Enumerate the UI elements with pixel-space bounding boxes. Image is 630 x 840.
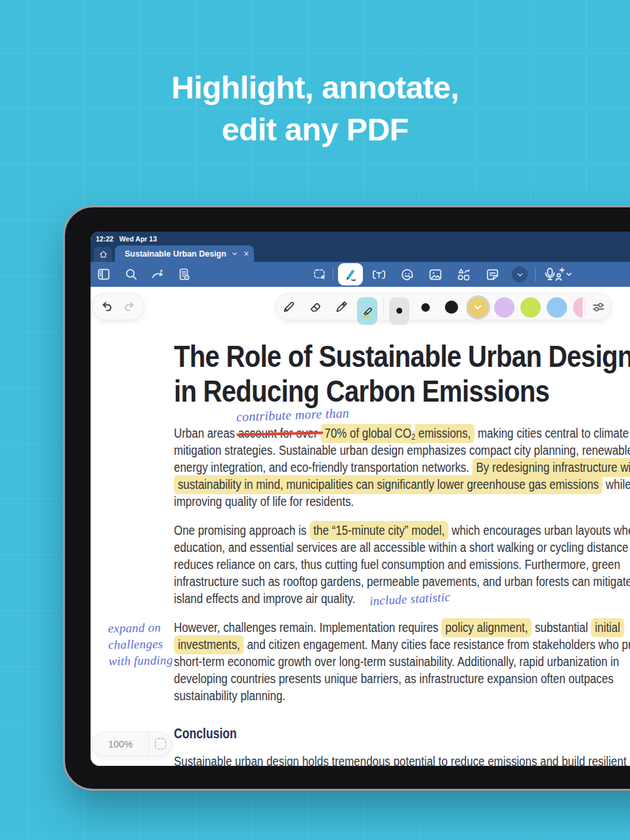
paragraph: However, challenges remain. Implementati… <box>174 619 630 704</box>
doc-line: Urban areas account for over 70% of glob… <box>174 425 630 442</box>
tab-close-icon[interactable] <box>243 250 250 257</box>
doc-line: improving quality of life for residents. <box>174 493 630 510</box>
more-tools-button[interactable] <box>512 266 528 282</box>
note-line: with funding <box>108 652 173 669</box>
eraser-tool[interactable] <box>306 293 324 321</box>
status-date: Wed Apr 13 <box>119 235 157 243</box>
sidebar-icon <box>96 267 111 282</box>
page-fit-button[interactable] <box>149 738 171 749</box>
sticker-icon <box>400 267 415 282</box>
doc-line: infrastructure such as rooftop gardens, … <box>174 573 630 590</box>
sticker-tool-button[interactable] <box>399 266 415 282</box>
doc-line: education, and essential services are al… <box>174 539 630 556</box>
size-large[interactable] <box>442 293 461 321</box>
undo-redo-toolbar <box>92 293 144 320</box>
search-icon <box>124 267 138 282</box>
text-tool-button[interactable] <box>371 266 387 282</box>
document-title: The Role of Sustainable Urban Design in … <box>174 339 630 409</box>
pen-tool[interactable] <box>280 293 298 321</box>
chevron-down-icon <box>516 270 524 279</box>
main-toolbar <box>91 262 630 287</box>
paragraph: Urban areas account for over 70% of glob… <box>174 425 630 510</box>
lasso-select-icon <box>312 267 327 282</box>
ai-rewrite-button[interactable] <box>150 266 165 282</box>
search-button[interactable] <box>123 266 139 282</box>
image-icon <box>428 267 443 282</box>
annotation-toolbar <box>276 293 612 320</box>
color-swatch-yellow[interactable] <box>468 297 488 318</box>
pen-icon <box>343 266 358 282</box>
annotation-divider <box>585 299 585 316</box>
doc-line: investments, and citizen engagement. Man… <box>174 636 630 653</box>
pen-tool-icon <box>281 299 297 315</box>
dotted-square-icon <box>155 738 166 749</box>
doc-line: One promising approach is the “15-minute… <box>174 522 630 539</box>
note-line: expand on <box>108 619 172 637</box>
annotation-divider <box>383 299 384 316</box>
selected-check-icon <box>473 304 482 311</box>
toolbar-divider <box>535 267 536 282</box>
tab-bar: Sustainable Urban Design <box>91 245 630 262</box>
color-swatch-purple[interactable] <box>494 297 514 318</box>
text-tool-icon <box>371 267 387 282</box>
doc-line: sustainability planning. <box>174 687 630 704</box>
home-button[interactable] <box>94 247 112 262</box>
shapes-tool-button[interactable] <box>455 266 471 282</box>
doc-line: mitigation strategies. Sustainable urban… <box>174 442 630 459</box>
chevron-down-icon[interactable] <box>231 250 238 257</box>
fine-pen-tool[interactable] <box>332 293 350 321</box>
size-small-active[interactable] <box>389 297 410 325</box>
doc-line: developing countries presents unique bar… <box>174 670 630 687</box>
zoom-control[interactable]: 100% <box>92 732 172 756</box>
microphone-icon <box>544 266 572 282</box>
lasso-select-button[interactable] <box>312 266 327 282</box>
page: { "headline": { "line1": "Highlight, ann… <box>0 0 630 840</box>
tab-label: Sustainable Urban Design <box>125 249 226 259</box>
tab-active[interactable]: Sustainable Urban Design <box>115 245 254 262</box>
handwritten-margin-note: expand onchallengeswith funding <box>108 619 173 669</box>
doc-line: reduces reliance on cars, thus cutting f… <box>174 556 630 573</box>
color-swatch-blue[interactable] <box>547 297 567 318</box>
home-icon <box>98 249 108 259</box>
tune-sliders-icon <box>591 299 606 315</box>
note-icon <box>485 267 500 282</box>
ai-sparkle-arrow-icon <box>150 267 165 282</box>
undo-icon[interactable] <box>100 299 114 314</box>
highlighter-icon <box>360 303 375 319</box>
image-tool-button[interactable] <box>427 266 443 282</box>
record-audio-button[interactable] <box>543 266 572 282</box>
toolbar-divider <box>333 267 333 282</box>
paragraph: One promising approach is the “15-minute… <box>174 522 630 607</box>
highlighter-tool-active[interactable] <box>357 297 377 325</box>
tablet-device: 12:22 Wed Apr 13 Sustainable Urban Desig… <box>63 205 630 791</box>
doc-line: However, challenges remain. Implementati… <box>174 619 630 636</box>
pen-tool-button-active[interactable] <box>338 263 363 285</box>
note-tool-button[interactable] <box>484 266 500 282</box>
headline-line1: Highlight, annotate, <box>0 67 630 109</box>
tablet-screen: 12:22 Wed Apr 13 Sustainable Urban Desig… <box>91 232 630 766</box>
color-swatch-green[interactable] <box>520 297 541 318</box>
redo-icon[interactable] <box>122 299 136 314</box>
note-line: challenges <box>108 635 173 653</box>
status-bar: 12:22 Wed Apr 13 <box>91 232 630 245</box>
headline: Highlight, annotate, edit any PDF <box>0 67 630 151</box>
sidebar-button[interactable] <box>96 266 112 282</box>
color-swatches <box>467 293 583 321</box>
size-medium[interactable] <box>416 293 434 321</box>
doc-line: island effects and improve air quality. <box>174 590 630 607</box>
fine-pen-icon <box>333 299 349 315</box>
doc-line: energy integration, and eco-friendly tra… <box>174 459 630 476</box>
headline-line2: edit any PDF <box>0 109 630 151</box>
zoom-value[interactable]: 100% <box>93 739 148 749</box>
document-view-icon <box>177 267 191 282</box>
stroke-settings-button[interactable] <box>587 293 610 321</box>
doc-line: sustainability in mind, municipalities c… <box>174 476 630 493</box>
eraser-icon <box>307 299 323 315</box>
color-swatch-pink[interactable] <box>573 297 583 318</box>
conclusion-paragraph: Sustainable urban design holds tremendou… <box>174 753 627 766</box>
document-area: The Role of Sustainable Urban Design in … <box>91 287 630 766</box>
handwritten-note: contribute more than <box>236 406 350 425</box>
reading-mode-button[interactable] <box>176 266 192 282</box>
doc-line: short-term economic growth over long-ter… <box>174 653 630 670</box>
status-time: 12:22 <box>96 235 114 243</box>
